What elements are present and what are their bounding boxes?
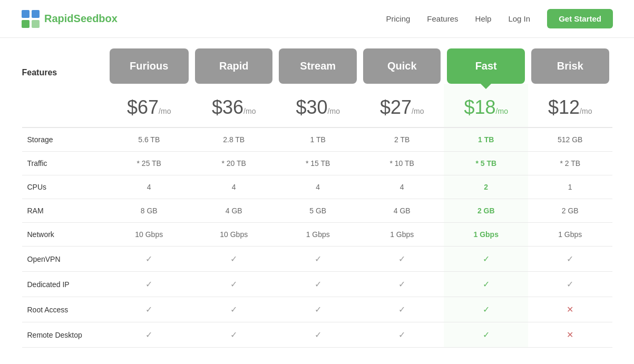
- feature-cell-5-2: ✓: [276, 247, 360, 272]
- feature-cell-1-4: * 5 TB: [444, 152, 528, 175]
- price-brisk: $12/mo: [528, 84, 612, 127]
- check-grey-icon: ✓: [398, 280, 405, 289]
- feature-cell-3-3: 4 GB: [360, 199, 444, 223]
- feature-label-5: OpenVPN: [22, 247, 106, 272]
- feature-cell-8-1: ✓: [192, 322, 276, 348]
- feature-cell-3-2: 5 GB: [276, 199, 360, 223]
- feature-cell-7-4: ✓: [444, 297, 528, 322]
- feature-cell-4-4: 1 Gbps: [444, 223, 528, 247]
- feature-cell-3-5: 2 GB: [528, 199, 612, 223]
- feature-cell-5-3: ✓: [360, 247, 444, 272]
- check-grey-icon: ✓: [315, 305, 321, 314]
- feature-label-0: Storage: [22, 127, 106, 152]
- feature-cell-8-3: ✓: [360, 322, 444, 348]
- feature-cell-3-4: 2 GB: [444, 199, 528, 223]
- feature-cell-6-5: ✓: [528, 272, 612, 297]
- feature-cell-1-2: * 15 TB: [276, 152, 360, 175]
- price-row: $67/mo $36/mo $30/mo $27/mo $18/mo $12/m…: [22, 84, 612, 127]
- plan-stream-header: Stream: [276, 48, 360, 84]
- feature-cell-0-2: 1 TB: [276, 127, 360, 152]
- price-quick-value: $27: [380, 96, 412, 118]
- nav-login[interactable]: Log In: [508, 14, 530, 23]
- feature-row-1: Traffic* 25 TB* 20 TB* 15 TB* 10 TB* 5 T…: [22, 152, 612, 175]
- plan-fast-header: Fast: [444, 48, 528, 84]
- plan-rapid-btn[interactable]: Rapid: [195, 48, 273, 84]
- feature-label-2: CPUs: [22, 175, 106, 199]
- check-green-icon: ✓: [483, 305, 490, 314]
- check-grey-icon: ✓: [230, 254, 237, 263]
- feature-cell-0-0: 5.6 TB: [106, 127, 192, 152]
- feature-label-8: Remote Desktop: [22, 322, 106, 348]
- price-fast: $18/mo: [444, 84, 528, 127]
- plan-quick-btn[interactable]: Quick: [363, 48, 441, 84]
- price-furious: $67/mo: [106, 84, 192, 127]
- svg-rect-3: [32, 20, 40, 28]
- feature-cell-0-5: 512 GB: [528, 127, 612, 152]
- feature-cell-6-2: ✓: [276, 272, 360, 297]
- feature-cell-4-0: 10 Gbps: [106, 223, 192, 247]
- feature-cell-7-5: ✕: [528, 297, 612, 322]
- feature-cell-3-1: 4 GB: [192, 199, 276, 223]
- check-grey-icon: ✓: [315, 330, 321, 339]
- feature-cell-4-3: 1 Gbps: [360, 223, 444, 247]
- check-grey-icon: ✓: [230, 280, 237, 289]
- nav-help[interactable]: Help: [475, 14, 492, 23]
- pricing-table: Features Furious Rapid Stream Quick Fast: [22, 48, 612, 348]
- check-grey-icon: ✓: [145, 254, 152, 263]
- feature-row-0: Storage5.6 TB2.8 TB1 TB2 TB1 TB512 GB: [22, 127, 612, 152]
- feature-cell-4-2: 1 Gbps: [276, 223, 360, 247]
- check-grey-icon: ✓: [398, 330, 405, 339]
- price-quick: $27/mo: [360, 84, 444, 127]
- check-grey-icon: ✓: [315, 280, 321, 289]
- check-grey-icon: ✓: [315, 254, 321, 263]
- svg-rect-0: [22, 10, 30, 18]
- feature-cell-3-0: 8 GB: [106, 199, 192, 223]
- check-grey-icon: ✓: [398, 254, 405, 263]
- feature-cell-0-1: 2.8 TB: [192, 127, 276, 152]
- check-green-icon: ✓: [483, 330, 490, 339]
- price-fast-value: $18: [464, 96, 496, 118]
- navbar: RapidSeedbox Pricing Features Help Log I…: [0, 0, 634, 38]
- plan-fast-btn[interactable]: Fast: [447, 48, 525, 84]
- feature-row-7: Root Access✓✓✓✓✓✕: [22, 297, 612, 322]
- price-furious-value: $67: [127, 96, 159, 118]
- feature-cell-1-0: * 25 TB: [106, 152, 192, 175]
- plan-furious-btn[interactable]: Furious: [110, 48, 189, 84]
- pricing-container: Features Furious Rapid Stream Quick Fast: [1, 38, 633, 364]
- feature-cell-7-0: ✓: [106, 297, 192, 322]
- check-green-icon: ✓: [483, 280, 490, 289]
- price-brisk-value: $12: [548, 96, 580, 118]
- plan-stream-btn[interactable]: Stream: [279, 48, 357, 84]
- feature-cell-2-0: 4: [106, 175, 192, 199]
- feature-row-5: OpenVPN✓✓✓✓✓✓: [22, 247, 612, 272]
- feature-cell-7-2: ✓: [276, 297, 360, 322]
- price-rapid-value: $36: [212, 96, 243, 118]
- feature-row-3: RAM8 GB4 GB5 GB4 GB2 GB2 GB: [22, 199, 612, 223]
- feature-cell-8-5: ✕: [528, 322, 612, 348]
- cross-icon: ✕: [567, 330, 573, 339]
- feature-cell-0-4: 1 TB: [444, 127, 528, 152]
- feature-label-6: Dedicated IP: [22, 272, 106, 297]
- plan-rapid-header: Rapid: [192, 48, 276, 84]
- navbar-links: Pricing Features Help Log In Get Started: [386, 9, 613, 28]
- feature-label-4: Network: [22, 223, 106, 247]
- check-grey-icon: ✓: [230, 330, 237, 339]
- feature-cell-2-2: 4: [276, 175, 360, 199]
- feature-cell-4-5: 1 Gbps: [528, 223, 612, 247]
- feature-cell-5-1: ✓: [192, 247, 276, 272]
- get-started-button[interactable]: Get Started: [547, 9, 613, 28]
- feature-cell-2-5: 1: [528, 175, 612, 199]
- feature-cell-2-1: 4: [192, 175, 276, 199]
- feature-row-4: Network10 Gbps10 Gbps1 Gbps1 Gbps1 Gbps1…: [22, 223, 612, 247]
- feature-cell-5-5: ✓: [528, 247, 612, 272]
- check-grey-icon: ✓: [145, 305, 152, 314]
- nav-pricing[interactable]: Pricing: [386, 14, 411, 23]
- feature-cell-6-3: ✓: [360, 272, 444, 297]
- plan-quick-header: Quick: [360, 48, 444, 84]
- nav-features[interactable]: Features: [427, 14, 458, 23]
- feature-cell-7-1: ✓: [192, 297, 276, 322]
- check-grey-icon: ✓: [230, 305, 237, 314]
- feature-cell-2-3: 4: [360, 175, 444, 199]
- plan-brisk-btn[interactable]: Brisk: [531, 48, 609, 84]
- feature-cell-7-3: ✓: [360, 297, 444, 322]
